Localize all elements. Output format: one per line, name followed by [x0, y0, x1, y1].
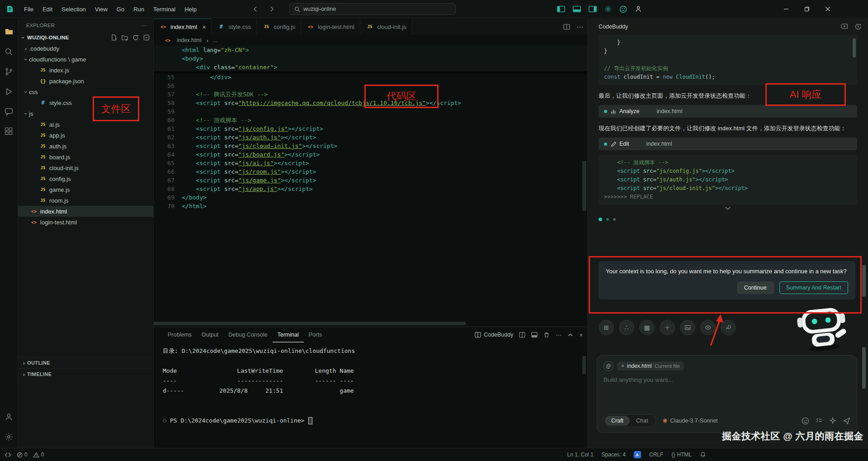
ai-input-card[interactable]: @ × index.html Current file Craft Chat [597, 355, 857, 433]
ai-prompt-input[interactable] [604, 376, 850, 383]
panel-more-icon[interactable]: ⋯ [556, 332, 561, 338]
manage-gear-icon[interactable] [1, 429, 17, 444]
image-icon[interactable] [680, 320, 695, 335]
close-button[interactable] [821, 2, 835, 16]
nodes-icon[interactable]: ∴ [619, 320, 634, 335]
editor-more-icon[interactable]: ⋯ [576, 23, 584, 31]
restore-button[interactable] [800, 2, 814, 16]
remote-indicator-icon[interactable] [5, 452, 11, 458]
account-profile-icon[interactable] [1, 409, 17, 424]
menu-go[interactable]: Go [113, 4, 128, 14]
terminal-output[interactable]: 目录: D:\2024code\game2025\wuziqi-online\c… [154, 342, 587, 448]
new-file-icon[interactable] [111, 34, 117, 41]
tree-item-room-js[interactable]: room.js [18, 195, 153, 206]
toggle-bottom-panel-icon[interactable] [573, 6, 581, 12]
mode-craft[interactable]: Craft [605, 416, 630, 426]
breadcrumb[interactable]: index.html › ... [154, 35, 587, 46]
tree-item-package-json[interactable]: package.json [18, 76, 153, 86]
tree-item-app-js[interactable]: app.js [18, 130, 153, 141]
eol-selector[interactable]: CRLF [649, 451, 663, 458]
tasks-icon[interactable] [816, 417, 823, 424]
toggle-left-panel-icon[interactable] [557, 6, 565, 12]
tab-login-test-html[interactable]: login-test.html [301, 19, 360, 35]
tab-close-icon[interactable]: × [202, 24, 206, 31]
tab-style-css[interactable]: style.css [212, 19, 257, 35]
settings-gear-icon[interactable] [604, 5, 612, 13]
pagination-dots[interactable] [599, 218, 857, 221]
command-search-box[interactable] [289, 3, 456, 15]
context-file-chip[interactable]: × index.html Current file [617, 361, 684, 371]
sparkle-icon[interactable] [829, 417, 836, 424]
split-editor-icon[interactable] [563, 24, 570, 30]
menu-file[interactable]: File [20, 4, 38, 14]
explorer-icon[interactable] [1, 24, 17, 39]
terminal-scrollbar[interactable] [582, 356, 586, 374]
explorer-more-icon[interactable]: ⋯ [142, 23, 147, 29]
tree-item-game-js[interactable]: game.js [18, 184, 153, 195]
menu-help[interactable]: Help [180, 4, 201, 14]
menu-edit[interactable]: Edit [38, 4, 57, 14]
mention-icon[interactable]: @ [604, 361, 613, 371]
editor-vertical-scrollbar[interactable] [582, 161, 586, 211]
project-root-row[interactable]: › WUZIQI-ONLINE [18, 32, 153, 43]
tool-call-edit[interactable]: Edit index.html [599, 138, 857, 150]
tab-index-html[interactable]: index.html × [154, 19, 212, 35]
search-sidebar-icon[interactable] [1, 44, 17, 59]
menu-view[interactable]: View [91, 4, 112, 14]
panel-tab-terminal[interactable]: Terminal [273, 327, 304, 342]
new-folder-icon[interactable] [122, 34, 128, 41]
editor-horizontal-scrollbar[interactable] [154, 322, 466, 325]
new-chat-icon[interactable] [841, 23, 848, 30]
kill-terminal-icon[interactable] [543, 332, 550, 338]
tree-item-login-test-html[interactable]: login-test.html [18, 217, 153, 228]
indentation[interactable]: Spaces: 4 [602, 451, 626, 458]
tree-item-config-js[interactable]: config.js [18, 173, 153, 184]
apps-icon[interactable]: ⊞ [599, 320, 614, 335]
problems-warnings[interactable]: 0 [33, 451, 44, 458]
cursor-position[interactable]: Ln 1, Col 1 [567, 451, 594, 458]
tree-item-cloudfunctions-game[interactable]: ›cloudfunctions \ game [18, 54, 153, 65]
nav-back-icon[interactable] [252, 6, 259, 12]
panel-maximize-icon[interactable] [567, 332, 573, 338]
chat-icon[interactable] [1, 104, 17, 119]
run-debug-icon[interactable] [1, 84, 17, 99]
tree-item-index-js[interactable]: index.js [18, 65, 153, 76]
tab-cloud-init-js[interactable]: cloud-init.js [360, 19, 412, 35]
model-selector[interactable]: Claude-3.7-Sonnet [662, 418, 718, 424]
tree-item-css-folder[interactable]: ›css [18, 86, 153, 97]
nav-forward-icon[interactable] [269, 6, 275, 12]
mode-chat[interactable]: Chat [630, 416, 654, 426]
extensions-icon[interactable] [1, 124, 17, 139]
refresh-icon[interactable] [132, 34, 139, 41]
collapse-all-icon[interactable] [143, 34, 150, 41]
search-input[interactable] [303, 6, 451, 12]
panel-tab-problems[interactable]: Problems [163, 327, 197, 342]
account-icon[interactable] [635, 5, 642, 13]
codebuddy-terminal-button[interactable]: CodeBuddy [475, 332, 513, 338]
minimize-button[interactable] [779, 2, 793, 16]
toggle-right-panel-icon[interactable] [589, 6, 597, 12]
panel-layout-icon[interactable] [531, 332, 538, 338]
emoji-icon[interactable] [802, 417, 809, 425]
tool-call-analyze[interactable]: Analyze index.html [599, 105, 857, 118]
tree-item-auth-js[interactable]: auth.js [18, 141, 153, 152]
tree-item-index-html[interactable]: index.html [18, 206, 153, 217]
menu-selection[interactable]: Selection [57, 4, 90, 14]
notifications-bell-icon[interactable] [700, 451, 706, 458]
outline-section[interactable]: ›OUTLINE [18, 357, 153, 368]
timeline-section[interactable]: ›TIMELINE [18, 368, 153, 380]
panel-tab-ports[interactable]: Ports [304, 327, 327, 342]
problems-errors[interactable]: 0 [17, 451, 28, 458]
blocks-icon[interactable]: ▦ [639, 320, 655, 335]
history-icon[interactable] [854, 23, 862, 30]
panel-close-icon[interactable]: × [579, 332, 583, 338]
send-icon[interactable] [843, 417, 850, 425]
panel-tab-output[interactable]: Output [197, 327, 224, 342]
ai-panel-scrollbar[interactable] [862, 347, 866, 389]
code-block-scrollbar[interactable] [853, 38, 856, 57]
tree-item-board-js[interactable]: board.js [18, 152, 153, 162]
panel-tab-debug-console[interactable]: Debug Console [223, 327, 272, 342]
language-mode[interactable]: {} HTML [671, 451, 692, 458]
tab-config-js[interactable]: config.js [257, 19, 301, 35]
chip-close-icon[interactable]: × [621, 363, 624, 369]
